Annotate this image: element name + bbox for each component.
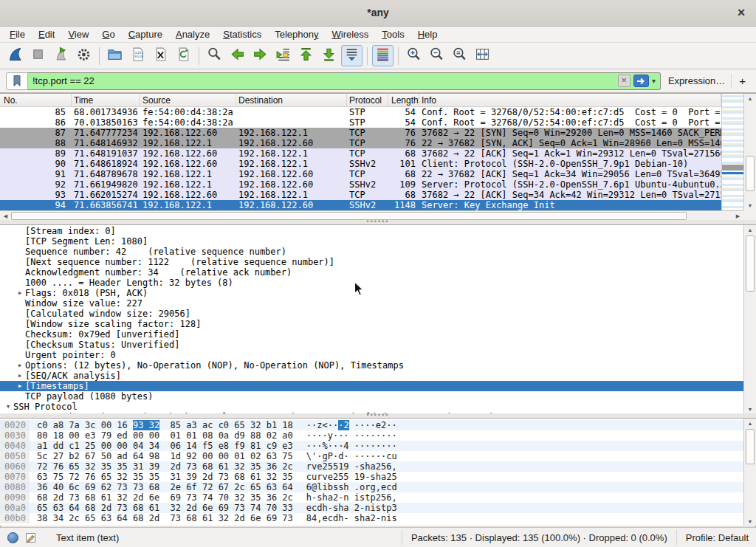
- expand-icon[interactable]: ▶: [15, 381, 25, 391]
- detail-line[interactable]: ▼SSH Protocol: [0, 402, 743, 412]
- packet-minimap[interactable]: [721, 94, 743, 210]
- detail-line[interactable]: [TCP Segment Len: 1080]: [0, 236, 743, 247]
- details-vscrollbar[interactable]: ▲ ▼: [743, 225, 756, 413]
- zoom-in-button[interactable]: [403, 45, 425, 66]
- packet-row[interactable]: 8670.013850163fe:54:00:d4:38:2aSTP54Conf…: [0, 117, 721, 128]
- auto-scroll-button[interactable]: [341, 45, 362, 66]
- expand-icon[interactable]: ▶: [15, 371, 25, 381]
- find-packet-button[interactable]: [204, 45, 225, 66]
- menu-statistics[interactable]: Statistics: [216, 27, 268, 41]
- column-header-no[interactable]: No.: [0, 94, 72, 106]
- scroll-up-icon[interactable]: ▲: [744, 225, 756, 235]
- file-open-button[interactable]: [104, 45, 126, 66]
- packet-row[interactable]: 8771.647777234192.168.122.60192.168.122.…: [0, 128, 721, 138]
- detail-line[interactable]: ▶[SEQ/ACK analysis]: [0, 371, 743, 381]
- detail-line[interactable]: ▶Flags: 0x018 (PSH, ACK): [0, 288, 743, 298]
- capture-options-button[interactable]: [73, 45, 94, 66]
- hex-row[interactable]: 0040a1 dd c1 25 00 00 04 34 06 14 f5 e8 …: [0, 441, 743, 451]
- hex-row[interactable]: 00a065 63 64 68 2d 73 68 61 32 2d 6e 69 …: [0, 503, 743, 513]
- expert-info-icon[interactable]: [7, 532, 18, 543]
- menu-wireless[interactable]: Wireless: [326, 27, 376, 41]
- profile-text[interactable]: Profile: Default: [676, 530, 749, 546]
- filter-clear-button[interactable]: ×: [618, 75, 630, 87]
- packet-row[interactable]: 8971.648191037192.168.122.60192.168.122.…: [0, 148, 721, 159]
- packet-row[interactable]: 9171.648789678192.168.122.1192.168.122.6…: [0, 169, 721, 179]
- detail-line[interactable]: Sequence number: 42 (relative sequence n…: [0, 247, 743, 257]
- expression-button[interactable]: Expression…: [661, 75, 731, 86]
- scroll-down-icon[interactable]: ▼: [744, 201, 756, 210]
- go-first-button[interactable]: [295, 45, 317, 66]
- filter-bookmark-button[interactable]: [6, 72, 28, 90]
- resize-columns-button[interactable]: [472, 45, 493, 66]
- detail-line[interactable]: TCP payload (1080 bytes): [0, 391, 743, 402]
- detail-line[interactable]: [Calculated window size: 29056]: [0, 309, 743, 319]
- filter-add-button[interactable]: +: [731, 74, 750, 89]
- packet-row[interactable]: 9271.661949820192.168.122.1192.168.122.6…: [0, 179, 721, 190]
- detail-line[interactable]: Checksum: 0x79ed [unverified]: [0, 329, 743, 340]
- collapse-icon[interactable]: ▼: [3, 402, 13, 412]
- packet-row[interactable]: 9071.648618924192.168.122.60192.168.122.…: [0, 159, 721, 169]
- file-save-button[interactable]: 11010110: [127, 45, 148, 66]
- menu-capture[interactable]: Capture: [122, 27, 169, 41]
- detail-line[interactable]: ▶[Timestamps]: [0, 381, 743, 391]
- hex-row[interactable]: 0020c0 a8 7a 3c 00 16 93 32 85 a3 ac c0 …: [0, 420, 743, 430]
- vscroll-thumb[interactable]: [746, 429, 755, 464]
- capture-restart-button[interactable]: [50, 45, 72, 66]
- menu-tools[interactable]: Tools: [375, 27, 410, 41]
- go-forward-button[interactable]: [250, 45, 271, 66]
- column-header-source[interactable]: Source: [140, 94, 236, 106]
- filter-apply-button[interactable]: [633, 75, 649, 87]
- detail-line[interactable]: 1000 .... = Header Length: 32 bytes (8): [0, 278, 743, 288]
- go-back-button[interactable]: [227, 45, 248, 66]
- menu-view[interactable]: View: [61, 27, 95, 41]
- expand-icon[interactable]: ▶: [15, 360, 25, 371]
- column-header-length[interactable]: Length: [388, 94, 419, 106]
- column-header-destination[interactable]: Destination: [236, 94, 347, 106]
- vscroll-thumb[interactable]: [746, 156, 755, 191]
- capture-start-button[interactable]: [4, 45, 26, 66]
- close-window-button[interactable]: ×: [733, 5, 749, 21]
- hscroll-thumb[interactable]: [11, 212, 687, 220]
- expand-icon[interactable]: ▶: [15, 288, 25, 298]
- menu-edit[interactable]: Edit: [32, 27, 61, 41]
- hex-row[interactable]: 007063 75 72 76 65 32 35 35 31 39 2d 73 …: [0, 472, 743, 482]
- display-filter-input[interactable]: [28, 75, 618, 86]
- hex-row[interactable]: 00505c 27 b2 67 50 ad 64 98 1d 92 00 00 …: [0, 451, 743, 461]
- zoom-out-button[interactable]: [426, 45, 447, 66]
- filter-history-dropdown[interactable]: ▾: [652, 77, 660, 85]
- zoom-original-button[interactable]: [449, 45, 470, 66]
- menu-analyze[interactable]: Analyze: [169, 27, 216, 41]
- packet-row[interactable]: 8871.648146932192.168.122.1192.168.122.6…: [0, 138, 721, 148]
- detail-line[interactable]: [Next sequence number: 1122 (relative se…: [0, 257, 743, 267]
- hex-row[interactable]: 003080 18 00 e3 79 ed 00 00 01 01 08 0a …: [0, 430, 743, 441]
- menu-help[interactable]: Help: [411, 27, 444, 41]
- capture-stop-button[interactable]: [27, 45, 49, 66]
- vscroll-thumb[interactable]: [746, 235, 755, 292]
- detail-line[interactable]: Window size value: 227: [0, 298, 743, 309]
- menu-go[interactable]: Go: [95, 27, 121, 41]
- packet-list-vscrollbar[interactable]: ▲ ▼: [743, 94, 756, 210]
- file-reload-button[interactable]: [173, 45, 194, 66]
- file-close-button[interactable]: [150, 45, 171, 66]
- bytes-vscrollbar[interactable]: ▲ ▼: [743, 419, 756, 526]
- packet-row[interactable]: 9471.663856741192.168.122.1192.168.122.6…: [0, 200, 721, 210]
- scroll-up-icon[interactable]: ▲: [744, 419, 756, 428]
- capture-comment-icon[interactable]: [25, 531, 37, 543]
- colorize-button[interactable]: [372, 45, 394, 66]
- scroll-down-icon[interactable]: ▼: [744, 405, 756, 413]
- detail-line[interactable]: ▶Options: (12 bytes), No-Operation (NOP)…: [0, 360, 743, 371]
- column-header-info[interactable]: Info: [419, 94, 721, 106]
- hex-row[interactable]: 00b038 34 2c 65 63 64 68 2d 73 68 61 32 …: [0, 513, 743, 523]
- detail-line[interactable]: [Stream index: 0]: [0, 226, 743, 236]
- detail-line[interactable]: Urgent pointer: 0: [0, 350, 743, 360]
- scroll-down-icon[interactable]: ▼: [744, 517, 756, 526]
- go-last-button[interactable]: [318, 45, 340, 66]
- column-header-protocol[interactable]: Protocol: [347, 94, 388, 106]
- detail-line[interactable]: Acknowledgment number: 34 (relative ack …: [0, 267, 743, 278]
- hex-row[interactable]: 006072 76 65 32 35 35 31 39 2d 73 68 61 …: [0, 461, 743, 472]
- hex-row[interactable]: 009068 2d 73 68 61 32 2d 6e 69 73 74 70 …: [0, 492, 743, 503]
- packet-row[interactable]: 8568.001734936fe:54:00:d4:38:2aSTP54Conf…: [0, 107, 721, 117]
- menu-telephony[interactable]: Telephony: [268, 27, 325, 41]
- hex-row[interactable]: 008036 40 6c 69 62 73 73 68 2e 6f 72 67 …: [0, 482, 743, 492]
- scroll-up-icon[interactable]: ▲: [744, 94, 756, 103]
